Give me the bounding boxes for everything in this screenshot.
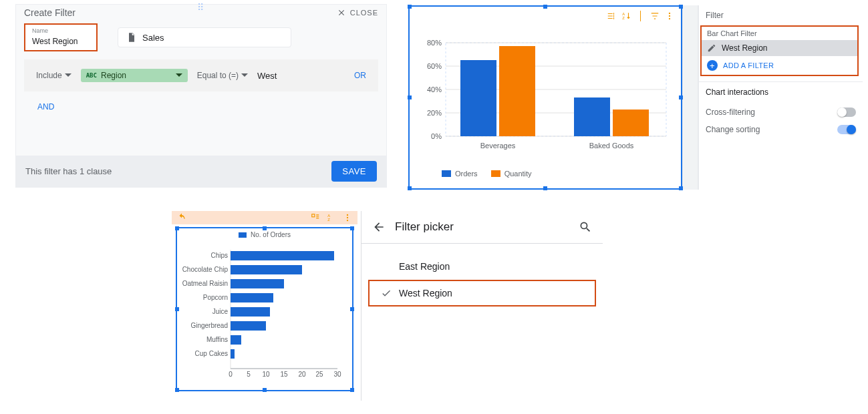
- filter-name-value: West Region: [32, 37, 90, 46]
- svg-rect-19: [613, 110, 649, 136]
- svg-rect-40: [231, 293, 273, 302]
- svg-point-26: [347, 217, 348, 218]
- filter-option-label: East Region: [399, 261, 450, 272]
- explore-icon[interactable]: [311, 213, 320, 222]
- chart-and-sidebar: AZ 0% 20% 40% 60%: [408, 5, 863, 190]
- legend-series1: Orders: [455, 170, 478, 178]
- sort-az-icon[interactable]: AZ: [621, 11, 631, 21]
- filter-option-east[interactable]: East Region: [361, 253, 603, 280]
- check-icon: [381, 288, 392, 298]
- condition-value-input[interactable]: West: [257, 71, 277, 81]
- svg-text:Juice: Juice: [212, 308, 229, 315]
- sliders-icon[interactable]: [607, 11, 616, 21]
- svg-rect-18: [574, 97, 610, 136]
- undo-icon[interactable]: [177, 213, 186, 222]
- svg-text:Popcorn: Popcorn: [203, 294, 228, 301]
- filter-option-west[interactable]: West Region: [368, 280, 596, 306]
- close-button[interactable]: CLOSE: [337, 8, 378, 17]
- svg-text:Z: Z: [622, 16, 625, 20]
- svg-text:Oatmeal Raisin: Oatmeal Raisin: [182, 280, 228, 287]
- plus-circle-icon: +: [707, 60, 718, 71]
- chart-toolbar: AZ: [607, 11, 674, 21]
- more-vert-icon[interactable]: [665, 11, 674, 21]
- highlighted-filter-box: Bar Chart Filter West Region + ADD A FIL…: [700, 25, 859, 76]
- back-arrow-icon[interactable]: [372, 220, 386, 234]
- filter-name-input[interactable]: Name West Region: [24, 23, 98, 51]
- filter-option-label: West Region: [399, 288, 452, 298]
- svg-point-4: [669, 18, 670, 19]
- svg-point-27: [347, 220, 348, 221]
- svg-text:Beverages: Beverages: [480, 142, 516, 150]
- svg-text:Gingerbread: Gingerbread: [190, 322, 228, 329]
- close-icon: [337, 8, 346, 17]
- filter-picker-title: Filter picker: [395, 220, 454, 234]
- svg-rect-38: [231, 265, 302, 274]
- hbar-chart-panel: AZ No. of Orders Chips Chocolate Chip Oa…: [172, 211, 357, 401]
- drag-handle-icon[interactable]: ⠿: [197, 2, 206, 13]
- condition-value: West: [257, 71, 277, 81]
- caret-down-icon: [65, 72, 71, 79]
- applied-filter-label: West Region: [722, 43, 767, 53]
- sort-az-icon[interactable]: AZ: [327, 213, 336, 222]
- applied-filter-item[interactable]: West Region: [702, 40, 857, 56]
- add-filter-button[interactable]: + ADD A FILTER: [702, 56, 857, 75]
- svg-text:15: 15: [280, 371, 288, 378]
- change-sorting-label: Change sorting: [706, 125, 760, 134]
- svg-text:0%: 0%: [431, 132, 442, 140]
- svg-text:80%: 80%: [427, 39, 442, 47]
- svg-text:10: 10: [262, 371, 270, 378]
- hbar-chart-canvas[interactable]: No. of Orders Chips Chocolate Chip Oatme…: [176, 227, 353, 391]
- svg-text:Z: Z: [327, 218, 330, 222]
- svg-text:Chips: Chips: [210, 252, 228, 259]
- svg-text:20: 20: [298, 371, 306, 378]
- bar-chart-canvas[interactable]: AZ 0% 20% 40% 60%: [408, 5, 682, 190]
- svg-rect-41: [231, 307, 270, 317]
- search-icon[interactable]: [579, 220, 592, 234]
- filter-icon[interactable]: [650, 11, 660, 21]
- sidebar-filter-heading: Filter: [699, 5, 863, 25]
- more-vert-icon[interactable]: [343, 213, 352, 222]
- chart-interactions-heading: Chart interactions: [706, 87, 856, 97]
- chart-legend: Orders Quantity: [442, 170, 532, 178]
- svg-text:Baked Goods: Baked Goods: [589, 142, 634, 150]
- filter-subheading: Bar Chart Filter: [702, 27, 857, 40]
- svg-rect-16: [460, 60, 496, 136]
- cross-filtering-toggle[interactable]: [837, 108, 856, 117]
- save-button[interactable]: SAVE: [331, 161, 377, 182]
- svg-rect-22: [312, 214, 315, 217]
- field-select-chip[interactable]: ABC Region: [81, 69, 188, 82]
- svg-text:0: 0: [229, 371, 233, 378]
- data-source-icon: [126, 32, 137, 43]
- data-source-select[interactable]: Sales: [118, 27, 291, 47]
- hbar-toolbar: AZ: [172, 211, 357, 224]
- filter-name-label: Name: [32, 27, 90, 34]
- svg-rect-44: [231, 349, 235, 359]
- svg-text:Chocolate Chip: Chocolate Chip: [182, 266, 229, 273]
- svg-text:A: A: [327, 214, 330, 218]
- and-button[interactable]: AND: [37, 102, 386, 112]
- create-filter-panel: ⠿ Create Filter CLOSE Name West Region S…: [15, 4, 387, 188]
- condition-label: Equal to (=): [197, 71, 239, 80]
- legend-series2: Quantity: [504, 170, 532, 178]
- panel-title: Create Filter: [24, 7, 76, 18]
- properties-sidebar: Filter Bar Chart Filter West Region + AD…: [698, 5, 863, 190]
- svg-text:25: 25: [315, 371, 323, 378]
- cross-filtering-label: Cross-filtering: [706, 108, 755, 117]
- svg-point-2: [669, 13, 670, 14]
- scrollbar-gutter[interactable]: [682, 5, 698, 190]
- horizontal-bar-chart: Chips Chocolate Chip Oatmeal Raisin Popc…: [176, 231, 353, 391]
- include-exclude-select[interactable]: Include: [36, 71, 71, 80]
- svg-text:Muffins: Muffins: [206, 336, 228, 343]
- data-source-value: Sales: [142, 33, 164, 43]
- svg-rect-37: [231, 251, 334, 260]
- svg-text:30: 30: [333, 371, 341, 378]
- svg-rect-17: [499, 46, 535, 136]
- include-label: Include: [36, 71, 62, 80]
- or-button[interactable]: OR: [354, 71, 366, 80]
- svg-text:40%: 40%: [427, 85, 442, 93]
- condition-select[interactable]: Equal to (=): [197, 71, 248, 80]
- close-label: CLOSE: [350, 9, 378, 17]
- svg-rect-43: [231, 335, 241, 345]
- caret-down-icon: [241, 72, 248, 79]
- change-sorting-toggle[interactable]: [837, 125, 856, 134]
